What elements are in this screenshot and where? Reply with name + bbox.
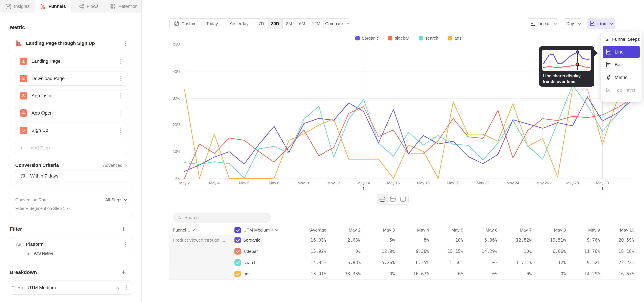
- legend-label: search: [425, 36, 438, 41]
- value-cell: 33.33%: [328, 268, 362, 280]
- segment-label: ads: [244, 271, 250, 276]
- funnels-report-page: Insights Funnels Flows Retention Metric …: [0, 0, 644, 302]
- value-cell: 0%: [499, 268, 533, 280]
- chevron-down-icon: [192, 228, 195, 231]
- legend-item-ads[interactable]: ads: [448, 36, 462, 41]
- menu-item-bar[interactable]: Bar: [603, 58, 640, 71]
- y-axis-tick: 30%: [169, 96, 180, 101]
- value-cell: 10%: [499, 246, 533, 257]
- x-axis-tick: May 26: [533, 181, 553, 186]
- row-checkbox[interactable]: [234, 237, 241, 243]
- value-cell: 11.76%: [568, 246, 602, 257]
- top-paths-icon: [605, 87, 611, 93]
- value-cell: 12.82%: [499, 234, 533, 246]
- value-cell: 5%: [362, 234, 396, 246]
- search-input[interactable]: [184, 215, 267, 220]
- row-checkbox[interactable]: [234, 271, 241, 277]
- value-cell: 12.9%: [362, 246, 396, 257]
- segment-cell-sidebar[interactable]: sidebar: [234, 246, 290, 257]
- results-table: Funnel1UTM Medium4AverageMay 2May 3May 4…: [169, 223, 636, 280]
- bar-chart-icon: [605, 62, 611, 68]
- x-axis-tick: May 28: [562, 181, 582, 186]
- funnel-name-cell: [169, 268, 234, 280]
- legend-item-search[interactable]: search: [418, 36, 438, 41]
- value-cell: 9.52%: [568, 257, 602, 268]
- value-cell: 12%: [533, 257, 568, 268]
- value-cell: 16.67%: [396, 268, 431, 280]
- annotation-badge[interactable]: 1: [360, 185, 368, 192]
- x-axis-tick: May 12: [324, 181, 344, 186]
- series-line-sidebar[interactable]: [184, 98, 632, 178]
- value-cell: 5.88%: [328, 257, 362, 268]
- segment-label: sidebar: [244, 249, 258, 254]
- split-view-icon: [379, 196, 386, 202]
- row-checkbox[interactable]: [234, 248, 241, 254]
- value-cell: 20.59%: [602, 234, 636, 246]
- value-cell: 5.56%: [431, 257, 465, 268]
- value-cell: 0%: [328, 246, 362, 257]
- segment-cell-ads[interactable]: ads: [234, 268, 290, 280]
- x-axis-tick: May 2: [174, 181, 194, 186]
- x-axis-tick: May 14: [354, 181, 374, 186]
- menu-item-metric[interactable]: # Metric: [603, 71, 640, 84]
- chart-type-tooltip: Line charts display trends over time.: [539, 46, 594, 86]
- chart-type-menu: Funnel Steps Line Bar # Metric Top Paths: [601, 32, 642, 102]
- row-checkbox[interactable]: [234, 260, 241, 266]
- line-chart-icon: [605, 49, 611, 55]
- x-axis-tick: May 4: [204, 181, 224, 186]
- value-cell: 5.36%: [465, 234, 499, 246]
- legend-item-$organic[interactable]: $organic: [355, 36, 379, 41]
- table-search: [173, 212, 271, 223]
- legend-swatch: [355, 36, 360, 40]
- funnel-name-cell: [169, 246, 234, 257]
- tooltip-text: Line charts display trends over time.: [543, 73, 591, 84]
- table-view-icon: [400, 196, 406, 202]
- tooltip-arrow: [594, 49, 598, 57]
- x-axis-tick: May 16: [384, 181, 404, 186]
- menu-item-top-paths[interactable]: Top Paths: [603, 84, 640, 97]
- legend-label: sidebar: [395, 36, 409, 41]
- x-axis-tick: May 6: [234, 181, 254, 186]
- y-axis-tick: 50%: [169, 43, 180, 47]
- segment-cell-$organic[interactable]: $organic: [234, 234, 290, 246]
- layout-split-button[interactable]: [377, 194, 388, 204]
- chevron-down-icon: [276, 228, 278, 231]
- legend-label: ads: [454, 36, 462, 41]
- value-cell: 11.11%: [499, 257, 533, 268]
- layout-segmented-control: [377, 194, 408, 204]
- legend-item-sidebar[interactable]: sidebar: [388, 36, 409, 41]
- x-axis-tick: May 20: [443, 181, 463, 186]
- legend-label: $organic: [362, 36, 379, 41]
- value-cell: 0%: [362, 268, 396, 280]
- x-axis-tick: May 18: [413, 181, 433, 186]
- average-value: 15.92%: [290, 246, 328, 257]
- funnel-name-cell: [169, 257, 234, 268]
- layout-chart-only-button[interactable]: [388, 194, 398, 204]
- layout-table-only-button[interactable]: [398, 194, 408, 204]
- y-axis-tick: 10%: [169, 149, 180, 154]
- value-cell: 0%: [465, 257, 499, 268]
- legend-swatch: [448, 36, 452, 40]
- menu-item-line[interactable]: Line: [603, 46, 640, 58]
- value-cell: 9.76%: [568, 234, 602, 246]
- value-cell: 9.38%: [396, 246, 431, 257]
- value-cell: 16.67%: [602, 268, 636, 280]
- y-axis-tick: 20%: [169, 123, 180, 127]
- x-axis-tick: May 8: [264, 181, 284, 186]
- average-value: 16.03%: [290, 234, 328, 246]
- segment-label: search: [244, 260, 256, 265]
- segment-cell-search[interactable]: search: [234, 257, 290, 268]
- tooltip-mini-chart: [542, 50, 591, 71]
- value-cell: 14.29%: [465, 246, 499, 257]
- funnel-name-cell: Product Viewed through P...: [169, 234, 234, 246]
- search-icon: [177, 215, 182, 220]
- average-value: 14.85%: [290, 257, 328, 268]
- x-axis-tick: May 24: [503, 181, 523, 186]
- annotation-badge[interactable]: 1: [598, 185, 606, 192]
- menu-item-funnel-steps[interactable]: Funnel Steps: [603, 33, 640, 46]
- row-checkbox[interactable]: [234, 227, 241, 234]
- chart-view-icon: [390, 196, 396, 202]
- value-cell: 5.26%: [362, 257, 396, 268]
- value-cell: 19.51%: [533, 234, 568, 246]
- value-cell: 6.25%: [396, 257, 431, 268]
